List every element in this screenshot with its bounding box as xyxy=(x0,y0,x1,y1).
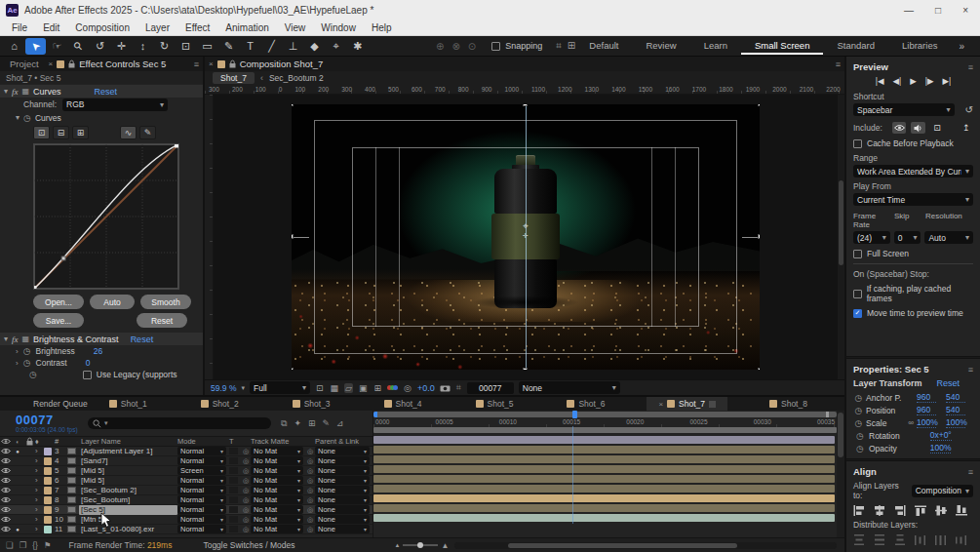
menu-item[interactable]: File xyxy=(4,22,35,33)
curves-point-tool[interactable]: ⊡ xyxy=(33,126,50,139)
tool-button[interactable]: ⚲ xyxy=(68,38,89,55)
layer-eye-icon[interactable] xyxy=(0,516,12,523)
align-to-dropdown[interactable]: Composition▾ xyxy=(912,485,973,497)
menu-item[interactable]: Layer xyxy=(137,22,177,33)
play-from-dropdown[interactable]: Current Time▾ xyxy=(853,193,973,206)
layer-mode-dropdown[interactable]: Normal▾ xyxy=(177,447,226,455)
maximize-button[interactable]: □ xyxy=(935,5,941,16)
layer-mode-dropdown[interactable]: Normal▾ xyxy=(177,486,226,494)
include-video-icon[interactable] xyxy=(892,122,906,134)
property-value[interactable]: 100% xyxy=(946,417,965,428)
timeline-zoom-slider[interactable]: ▲ ▲ xyxy=(394,541,449,550)
property-value[interactable]: 960 xyxy=(917,405,936,415)
selection-handle[interactable] xyxy=(758,234,760,239)
panel-menu-icon[interactable]: ≡ xyxy=(194,59,199,69)
layer-name[interactable]: [Sec 5] xyxy=(79,505,177,515)
curves-zoom-out-tool[interactable]: ⊟ xyxy=(53,126,69,139)
layer-name[interactable]: [Last_s_01-0080].exr xyxy=(79,525,177,534)
track-matte-dropdown[interactable]: No Mat▾ xyxy=(251,505,303,514)
layer-color-swatch[interactable] xyxy=(44,516,52,524)
expand-switches-icon[interactable]: ❏ xyxy=(6,540,14,550)
tab-composition[interactable]: Composition Shot_7 xyxy=(240,59,324,69)
panel-menu-icon[interactable]: ≡ xyxy=(968,365,973,375)
twirl-right-icon[interactable]: › xyxy=(16,347,19,356)
timeline-comp-tab[interactable]: × Shot_3 xyxy=(281,397,342,411)
layer-row[interactable]: ● › 5 [Mid 5] Screen▾ ◎ No Mat▾ xyxy=(0,466,372,476)
tool-button[interactable]: ↕ xyxy=(133,38,153,55)
layer-name[interactable]: [Sand7] xyxy=(79,456,177,466)
curves-pencil-tool[interactable]: ✎ xyxy=(139,126,156,139)
layer-eye-icon[interactable] xyxy=(0,477,12,484)
layer-twirl-icon[interactable]: › xyxy=(35,476,44,485)
shortcut-dropdown[interactable]: Spacebar▾ xyxy=(853,103,955,116)
layer-t-switch[interactable] xyxy=(229,516,238,523)
include-audio-icon[interactable] xyxy=(911,122,924,134)
close-icon[interactable]: × xyxy=(658,400,663,409)
timeline-comp-tab[interactable]: × Shot_2 xyxy=(189,397,251,411)
property-value[interactable]: 26 xyxy=(94,346,102,356)
parent-link-dropdown[interactable]: None▾ xyxy=(315,456,370,465)
link-icon[interactable]: ∞ xyxy=(908,418,914,427)
stopwatch-icon[interactable]: ◷ xyxy=(23,346,31,356)
layer-mode-dropdown[interactable]: Normal▾ xyxy=(177,525,226,533)
export-preview-icon[interactable]: ↥ xyxy=(960,122,973,134)
workspace-tab[interactable]: Standard xyxy=(823,38,888,55)
transparency-grid-icon[interactable]: ▦ xyxy=(330,383,340,393)
parent-pickwhip-icon[interactable]: ◎ xyxy=(305,467,315,475)
align-bottom-button[interactable] xyxy=(956,505,967,516)
viewport[interactable]: ✛ xyxy=(214,95,838,379)
property-value[interactable]: 100% xyxy=(917,417,936,428)
tool-button[interactable]: ↺ xyxy=(90,38,110,55)
matte-pickwhip-icon[interactable]: ◎ xyxy=(241,487,251,494)
layer-row[interactable]: ● › 11 [Last_s_01-0080].exr Normal▾ ◎ xyxy=(0,525,372,534)
parent-link-dropdown[interactable]: None▾ xyxy=(315,505,370,514)
resolution-dropdown[interactable]: Full▾ xyxy=(250,381,310,394)
transport-button[interactable]: |▶ xyxy=(925,76,934,86)
lock-icon[interactable] xyxy=(229,59,236,68)
stopwatch-icon[interactable]: ◷ xyxy=(23,358,31,368)
workspace-tab[interactable]: Libraries xyxy=(888,38,951,55)
shy-layers-icon[interactable]: ✦ xyxy=(294,418,301,429)
layer-row[interactable]: ● › 6 [Mid 5] Normal▾ ◎ No Mat▾ xyxy=(0,476,372,486)
matte-pickwhip-icon[interactable]: ◎ xyxy=(241,457,251,465)
layer-eye-icon[interactable] xyxy=(0,448,12,454)
distribute-top-button[interactable] xyxy=(853,534,865,545)
align-hcenter-button[interactable] xyxy=(874,505,885,516)
layer-row[interactable]: ● › 8 [Sec_Bootum] Normal▾ ◎ No Mat▾ xyxy=(0,495,372,505)
parent-pickwhip-icon[interactable]: ◎ xyxy=(305,516,315,524)
distribute-right-button[interactable] xyxy=(956,534,967,545)
tool-button[interactable]: ◆ xyxy=(304,38,325,55)
transform-reset-link[interactable]: Reset xyxy=(937,378,960,388)
panel-menu-icon[interactable]: ≡ xyxy=(968,62,973,72)
channel-select-icon[interactable] xyxy=(387,385,398,390)
workspace-tab[interactable]: Default xyxy=(575,38,632,55)
reset-icon[interactable]: ↺ xyxy=(965,104,973,115)
track-matte-dropdown[interactable]: No Mat▾ xyxy=(251,515,303,524)
layer-duration-bar[interactable] xyxy=(373,454,837,464)
layer-color-swatch[interactable] xyxy=(44,448,52,455)
layer-color-swatch[interactable] xyxy=(44,506,52,514)
menu-item[interactable]: Animation xyxy=(217,22,276,33)
track-matte-dropdown[interactable]: No Mat▾ xyxy=(251,476,303,485)
parent-pickwhip-icon[interactable]: ◎ xyxy=(305,477,315,485)
toolbar-extra-icon[interactable]: ⊞ xyxy=(568,40,575,52)
navigator-start-handle[interactable] xyxy=(373,412,377,417)
layer-color-swatch[interactable] xyxy=(44,467,52,475)
skip-dropdown[interactable]: 0▾ xyxy=(894,231,921,244)
current-time-display[interactable]: 00077 xyxy=(16,414,88,426)
menu-item[interactable]: View xyxy=(277,22,314,33)
expressions-icon[interactable]: {} xyxy=(32,540,38,550)
align-right-button[interactable] xyxy=(894,505,906,516)
full-screen-checkbox[interactable] xyxy=(853,250,862,258)
panel-menu-icon[interactable]: ≡ xyxy=(836,59,841,69)
selection-handle[interactable] xyxy=(523,104,528,106)
include-overlays-icon[interactable]: ⊡ xyxy=(930,122,944,134)
timeline-comp-tab[interactable]: × Shot_6 xyxy=(555,397,616,411)
layer-row[interactable]: ● › 4 [Sand7] Normal▾ ◎ No Mat▾ xyxy=(0,456,372,466)
frame-blend-icon[interactable]: ⊞ xyxy=(308,418,316,429)
menu-item[interactable]: Composition xyxy=(67,22,137,33)
stopwatch-icon[interactable]: ◷ xyxy=(853,406,864,415)
render-time-pane-icon[interactable]: ⚑ xyxy=(44,540,52,550)
layer-eye-icon[interactable] xyxy=(0,467,12,474)
use-legacy-checkbox[interactable] xyxy=(83,371,92,379)
